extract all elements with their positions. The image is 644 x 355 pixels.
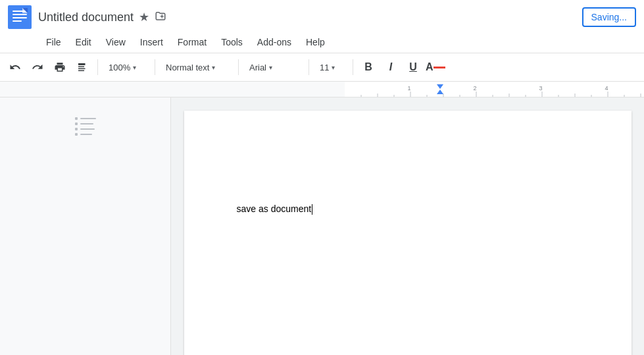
menu-item-help[interactable]: Help <box>299 34 332 50</box>
toolbar-divider-1 <box>97 59 98 75</box>
font-chevron: ▾ <box>269 64 272 71</box>
zoom-value: 100% <box>109 63 130 72</box>
title-section: Untitled document ★ <box>38 10 582 25</box>
main-area: save as document <box>0 97 644 355</box>
style-chevron: ▾ <box>212 64 215 71</box>
menu-item-insert[interactable]: Insert <box>134 34 170 50</box>
menu-bar: File Edit View Insert Format Tools Add-o… <box>0 34 644 53</box>
color-underline <box>433 67 445 68</box>
ruler-ticks: 1 2 3 4 <box>345 82 644 97</box>
toolbar-divider-2 <box>155 59 155 75</box>
size-value: 11 <box>320 63 329 72</box>
menu-item-edit[interactable]: Edit <box>69 34 98 50</box>
svg-text:3: 3 <box>539 85 542 92</box>
document-content-area[interactable]: save as document <box>237 150 579 215</box>
menu-item-view[interactable]: View <box>99 34 132 50</box>
toolbar-divider-5 <box>353 59 353 75</box>
size-chevron: ▾ <box>332 64 335 71</box>
sidebar-outline-icon <box>75 117 96 136</box>
font-color-button[interactable]: A <box>426 57 445 77</box>
print-button[interactable] <box>50 57 70 77</box>
toolbar-divider-3 <box>238 59 239 75</box>
italic-button[interactable]: I <box>381 57 401 77</box>
paint-format-button[interactable] <box>72 57 92 77</box>
document-area[interactable]: save as document <box>171 97 644 355</box>
font-size-selector[interactable]: 11 ▾ <box>314 60 347 75</box>
svg-rect-2 <box>12 14 27 15</box>
bold-button[interactable]: B <box>359 57 378 77</box>
svg-text:4: 4 <box>605 85 608 92</box>
folder-icon[interactable] <box>155 10 166 25</box>
sidebar <box>0 97 171 355</box>
star-icon[interactable]: ★ <box>139 10 149 24</box>
style-value: Normal text <box>166 63 209 72</box>
toolbar: 100% ▾ Normal text ▾ Arial ▾ 11 ▾ B I U … <box>0 53 644 82</box>
zoom-chevron: ▾ <box>133 64 136 71</box>
toolbar-divider-4 <box>309 59 309 75</box>
svg-rect-3 <box>12 17 27 18</box>
ruler-inner: 1 2 3 4 <box>345 82 644 97</box>
menu-item-file[interactable]: File <box>39 34 68 50</box>
svg-point-8 <box>161 15 163 17</box>
document-text: save as document <box>237 204 312 214</box>
document-title[interactable]: Untitled document <box>38 11 134 24</box>
menu-item-tools[interactable]: Tools <box>214 34 249 50</box>
menu-item-addons[interactable]: Add-ons <box>251 34 298 50</box>
font-selector[interactable]: Arial ▾ <box>244 60 303 75</box>
font-value: Arial <box>249 63 266 72</box>
undo-button[interactable] <box>5 57 25 77</box>
google-docs-icon <box>8 5 32 29</box>
text-cursor <box>312 204 312 215</box>
svg-rect-4 <box>12 20 22 22</box>
underline-button[interactable]: U <box>403 57 423 77</box>
redo-button[interactable] <box>28 57 47 77</box>
style-selector[interactable]: Normal text ▾ <box>161 60 233 75</box>
saving-button[interactable]: Saving... <box>582 7 636 27</box>
title-bar: Untitled document ★ Saving... <box>0 0 644 34</box>
ruler: 1 2 3 4 <box>0 82 644 97</box>
zoom-selector[interactable]: 100% ▾ <box>103 60 149 75</box>
svg-text:2: 2 <box>473 85 476 92</box>
indent-marker[interactable] <box>437 84 443 94</box>
svg-text:1: 1 <box>407 85 410 92</box>
menu-item-format[interactable]: Format <box>171 34 213 50</box>
doc-title-row: Untitled document ★ <box>38 10 582 25</box>
document-page[interactable]: save as document <box>184 111 632 355</box>
